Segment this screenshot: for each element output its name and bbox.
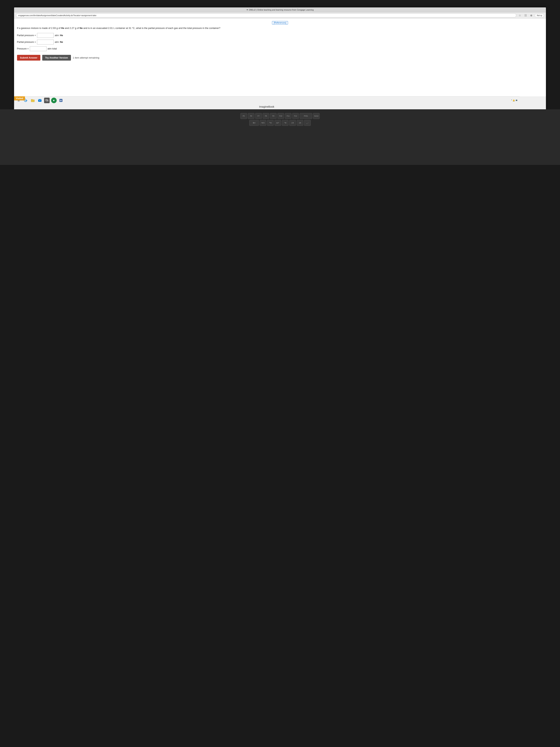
partial-pressure-he-unit: atm: [55, 34, 59, 37]
pressure-total-label: Pressure =: [17, 47, 29, 50]
key-f8[interactable]: F8: [263, 113, 269, 119]
references-link[interactable]: [References]: [272, 21, 288, 24]
system-tray-icons: ^ 🔔 💻: [511, 99, 517, 101]
key-6[interactable]: ^ 6: [267, 120, 274, 126]
key-f6[interactable]: F6: [248, 113, 255, 119]
key-scroll[interactable]: ScrLk: [313, 113, 320, 119]
action-buttons-row: Submit Answer Try Another Version 1 item…: [17, 55, 543, 60]
green-app-icon[interactable]: ●: [51, 98, 57, 103]
store-icon[interactable]: 🛍: [44, 98, 50, 103]
key-minus[interactable]: _ -: [304, 120, 311, 126]
partial-pressure-he-row: Partial pressure = atm He: [17, 33, 543, 38]
not-synced-button[interactable]: Not sy: [535, 14, 544, 17]
key-7[interactable]: & 7: [274, 120, 281, 126]
reading-icon[interactable]: ☷: [524, 14, 528, 17]
key-4[interactable]: $ 4: [249, 120, 259, 126]
page-content: [References] If a gaseous mixture is mad…: [14, 19, 546, 96]
partial-pressure-ne-label: Partial pressure =: [17, 41, 36, 43]
key-9[interactable]: ( 9: [289, 120, 296, 126]
keyboard: F5 F6 F7 F8 F9 F10 F11 F12 PrtSc ScrLk $…: [28, 111, 532, 129]
key-f7[interactable]: F7: [255, 113, 262, 119]
svg-text:W: W: [60, 99, 62, 102]
key-8[interactable]: * 8: [282, 120, 289, 126]
imaginebook-label: ImagineBook: [14, 104, 519, 109]
partial-pressure-ne-row: Partial pressure = atm Ne: [17, 40, 543, 45]
key-prtsc[interactable]: PrtSc: [300, 113, 312, 119]
partial-pressure-ne-unit: atm: [55, 41, 59, 43]
new-tab-icon[interactable]: ⊕: [529, 14, 533, 17]
key-0[interactable]: ) 0: [297, 120, 303, 126]
submit-answer-button[interactable]: Submit Answer: [17, 55, 41, 60]
taskbar: ⊞ 🛍 ● W: [14, 96, 519, 104]
svg-rect-1: [31, 99, 33, 100]
laptop-body: F5 F6 F7 F8 F9 F10 F11 F12 PrtSc ScrLk $…: [0, 109, 560, 165]
attempts-remaining: 1 item attempt remaining: [73, 56, 99, 59]
keyboard-row-fn: F5 F6 F7 F8 F9 F10 F11 F12 PrtSc ScrLk: [28, 113, 532, 119]
file-explorer-icon[interactable]: [30, 98, 35, 103]
question-text: If a gaseous mixture is made of 2.93 g o…: [17, 26, 543, 30]
word-icon[interactable]: W: [58, 98, 64, 103]
pressure-total-unit: atm total: [48, 47, 57, 50]
key-f12[interactable]: F12: [292, 113, 299, 119]
browser-favicon: ✦: [246, 8, 248, 11]
partial-pressure-he-input[interactable]: [37, 33, 54, 38]
browser-title: ✦ OWLv2 | Online teaching and learning r…: [14, 7, 546, 12]
partial-pressure-he-label: Partial pressure =: [17, 34, 36, 37]
key-f10[interactable]: F10: [277, 113, 284, 119]
pressure-total-input[interactable]: [30, 46, 47, 51]
key-f9[interactable]: F9: [270, 113, 277, 119]
mail-icon[interactable]: [37, 98, 43, 103]
try-another-version-button[interactable]: Try Another Version: [42, 55, 71, 60]
visited-tag: Visited: [14, 96, 25, 100]
favorite-icon[interactable]: ☆: [518, 14, 522, 17]
keyboard-row-num: $ 4 % 5 ^ 6 & 7 * 8 ( 9 ) 0 _ -: [28, 120, 532, 126]
references-section: [References]: [17, 21, 543, 24]
partial-pressure-ne-input[interactable]: [37, 40, 54, 45]
helium-symbol: He: [60, 34, 63, 37]
key-f5[interactable]: F5: [240, 113, 247, 119]
key-f11[interactable]: F11: [285, 113, 292, 119]
address-bar[interactable]: engagenow.com/ilrn/takeAssignment/takeCo…: [16, 14, 516, 18]
pressure-total-row: Pressure = atm total: [17, 46, 543, 51]
taskbar-system-tray: ^ 🔔 💻: [511, 99, 517, 101]
key-5[interactable]: % 5: [260, 120, 266, 126]
neon-symbol: Ne: [60, 41, 63, 43]
